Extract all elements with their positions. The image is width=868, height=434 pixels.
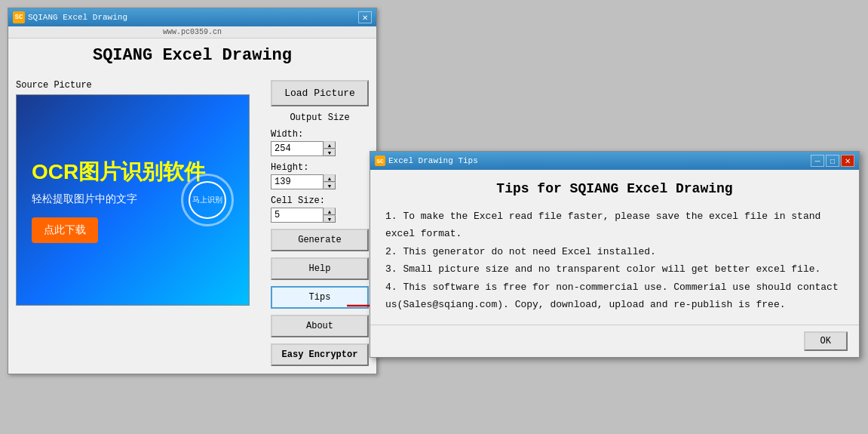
ocr-banner: OCR图片识别软件 轻松提取图片中的文字 点此下载 马上识别 xyxy=(17,95,249,305)
ocr-circle: 马上识别 xyxy=(181,174,234,226)
tips-content: 1. To make the Excel read file faster, p… xyxy=(370,204,859,325)
ocr-subtitle: 轻松提取图片中的文字 xyxy=(32,192,137,206)
ocr-circle-inner: 马上识别 xyxy=(189,181,226,219)
height-label: Height: xyxy=(271,162,369,173)
tips-title-bar: SC Excel Drawing Tips ─ □ ✕ xyxy=(370,152,859,170)
height-input[interactable] xyxy=(271,174,324,189)
tips-dialog: SC Excel Drawing Tips ─ □ ✕ Tips for SQI… xyxy=(370,151,860,358)
ocr-download-button[interactable]: 点此下载 xyxy=(32,217,98,243)
app-icon: SC xyxy=(13,11,25,23)
help-button[interactable]: Help xyxy=(271,257,369,280)
height-up-button[interactable]: ▲ xyxy=(324,174,336,182)
cell-size-field-group: Cell Size: ▲ ▼ xyxy=(271,195,369,223)
ocr-title: OCR图片识别软件 xyxy=(32,158,205,186)
tip-1: 1. To make the Excel read file faster, p… xyxy=(385,208,844,243)
cell-size-spinner: ▲ ▼ xyxy=(271,208,369,223)
tips-close-button[interactable]: ✕ xyxy=(841,155,854,167)
watermark-bar: www.pc0359.cn xyxy=(8,26,376,38)
tips-title-buttons: ─ □ ✕ xyxy=(811,155,854,167)
width-field-group: Width: ▲ ▼ xyxy=(271,129,369,156)
width-label: Width: xyxy=(271,129,369,140)
height-down-button[interactable]: ▼ xyxy=(324,182,336,189)
width-spinner: ▲ ▼ xyxy=(271,141,369,156)
output-size-label: Output Size xyxy=(271,112,369,123)
width-spinner-buttons: ▲ ▼ xyxy=(324,141,336,156)
tip-3: 3. Small picture size and no transparent… xyxy=(385,260,844,278)
main-content: Source Picture OCR图片识别软件 轻松提取图片中的文字 点此下载… xyxy=(8,72,376,374)
main-title-bar: SC SQIANG Excel Drawing ✕ xyxy=(8,8,376,26)
main-window-title: SQIANG Excel Drawing xyxy=(28,13,127,22)
cell-size-label: Cell Size: xyxy=(271,195,369,206)
main-window: SC SQIANG Excel Drawing ✕ www.pc0359.cn … xyxy=(8,8,377,374)
easy-encryptor-button[interactable]: Easy Encryptor xyxy=(271,343,369,366)
cell-size-down-button[interactable]: ▼ xyxy=(324,215,336,223)
source-picture-label: Source Picture xyxy=(16,80,263,91)
tips-maximize-button[interactable]: □ xyxy=(826,155,839,167)
tip-2: 2. This generator do not need Excel inst… xyxy=(385,243,844,260)
cell-size-up-button[interactable]: ▲ xyxy=(324,208,336,215)
about-button[interactable]: About xyxy=(271,315,369,337)
tips-window-title: Excel Drawing Tips xyxy=(388,156,478,165)
height-field-group: Height: ▲ ▼ xyxy=(271,162,369,189)
height-spinner-buttons: ▲ ▼ xyxy=(324,174,336,189)
tips-header: Tips for SQIANG Excel Drawing xyxy=(370,170,859,204)
tips-footer: OK xyxy=(370,325,859,357)
tips-title-left: SC Excel Drawing Tips xyxy=(375,155,478,166)
watermark-text: www.pc0359.cn xyxy=(163,28,222,36)
tips-app-icon: SC xyxy=(375,155,385,166)
app-title: SQIANG Excel Drawing xyxy=(8,38,376,72)
title-bar-left: SC SQIANG Excel Drawing xyxy=(13,11,127,23)
height-spinner: ▲ ▼ xyxy=(271,174,369,189)
width-up-button[interactable]: ▲ xyxy=(324,141,336,149)
width-down-button[interactable]: ▼ xyxy=(324,149,336,156)
image-area: OCR图片识别软件 轻松提取图片中的文字 点此下载 马上识别 xyxy=(16,94,250,306)
load-picture-button[interactable]: Load Picture xyxy=(271,80,369,106)
width-input[interactable] xyxy=(271,141,324,156)
left-panel: Source Picture OCR图片识别软件 轻松提取图片中的文字 点此下载… xyxy=(16,80,263,366)
tips-ok-button[interactable]: OK xyxy=(804,331,848,351)
main-close-button[interactable]: ✕ xyxy=(358,11,372,23)
cell-size-spinner-buttons: ▲ ▼ xyxy=(324,208,336,223)
tips-minimize-button[interactable]: ─ xyxy=(811,155,824,167)
generate-button[interactable]: Generate xyxy=(271,229,369,251)
tip-4: 4. This software is free for non-commerc… xyxy=(385,279,844,314)
right-panel: Load Picture Output Size Width: ▲ ▼ Heig… xyxy=(271,80,369,366)
cell-size-input[interactable] xyxy=(271,208,324,223)
